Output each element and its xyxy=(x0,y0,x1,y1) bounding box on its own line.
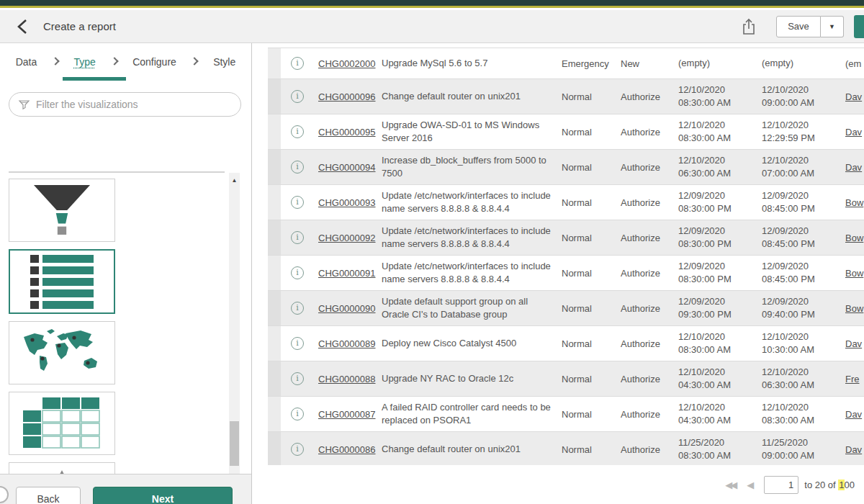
assigned-to-link[interactable]: Fre xyxy=(841,371,864,387)
caret-down-icon[interactable]: ▼ xyxy=(821,16,844,37)
assigned-to-link[interactable]: Dav xyxy=(841,124,864,140)
start-date: (empty) xyxy=(674,54,757,73)
info-icon[interactable]: i xyxy=(291,443,304,456)
table-row[interactable]: i CHG0000093 Update /etc/network/interfa… xyxy=(268,185,864,220)
change-number-link[interactable]: CHG0000086 xyxy=(314,441,377,458)
change-number-link[interactable]: CHG0000089 xyxy=(314,336,377,352)
filter-input[interactable] xyxy=(36,99,232,110)
info-icon[interactable]: i xyxy=(291,231,304,244)
step-configure[interactable]: Configure xyxy=(132,56,176,68)
chevron-left-icon[interactable] xyxy=(16,19,29,35)
change-number-link[interactable]: CHG0000096 xyxy=(314,89,377,105)
row-gutter xyxy=(268,150,281,184)
page-title: Create a report xyxy=(43,20,116,32)
assigned-to-link[interactable]: Dav xyxy=(841,441,864,458)
change-number-link[interactable]: CHG0002000 xyxy=(314,55,377,72)
share-icon[interactable] xyxy=(742,18,756,35)
back-button[interactable]: Back xyxy=(16,487,81,504)
state-value: Authorize xyxy=(616,124,674,140)
change-number-link[interactable]: CHG0000092 xyxy=(314,230,377,246)
viz-card-map[interactable] xyxy=(9,321,115,384)
table-row[interactable]: i CHG0000090 Update default support grou… xyxy=(268,291,864,326)
list-chart-icon xyxy=(26,253,98,310)
change-number-link[interactable]: CHG0000093 xyxy=(314,194,377,211)
state-value: Authorize xyxy=(616,265,674,282)
priority-value: Normal xyxy=(557,124,616,140)
page-number-input[interactable] xyxy=(764,476,798,494)
priority-value: Emergency xyxy=(557,55,616,72)
end-date: 12/09/2020 08:45:00 PM xyxy=(757,222,841,253)
assigned-to-link[interactable]: (em xyxy=(841,55,864,72)
save-button[interactable]: Save xyxy=(776,16,821,37)
row-gutter xyxy=(268,185,281,220)
primary-action-button[interactable] xyxy=(854,15,864,38)
panel-scrollbar[interactable]: ▲ ▼ xyxy=(229,173,240,474)
info-icon[interactable]: i xyxy=(291,90,304,103)
assigned-to-link[interactable]: Dav xyxy=(841,89,864,105)
viz-card-pyramid[interactable] xyxy=(9,462,115,474)
step-type[interactable]: Type xyxy=(74,56,96,68)
state-value: Authorize xyxy=(616,230,674,246)
viz-card-funnel[interactable] xyxy=(9,179,115,242)
state-value: Authorize xyxy=(616,336,674,352)
pagination-bar: ◀◀ ◀ to 20 of 100 xyxy=(268,465,864,504)
info-icon[interactable]: i xyxy=(291,266,304,279)
table-row[interactable]: i CHG0000095 Upgrade OWA-SD-01 to MS Win… xyxy=(268,114,864,150)
short-description: Upgrade OWA-SD-01 to MS Windows Server 2… xyxy=(377,116,557,148)
table-row[interactable]: i CHG0000087 A failed RAID controller ca… xyxy=(268,397,864,432)
end-date: 11/25/2020 09:00:00 AM xyxy=(757,433,841,465)
info-icon[interactable]: i xyxy=(291,372,304,385)
scroll-up-icon[interactable]: ▲ xyxy=(229,177,240,184)
table-row[interactable]: i CHG0000091 Update /etc/network/interfa… xyxy=(268,256,864,291)
short-description: A failed RAID controller card needs to b… xyxy=(377,398,557,430)
short-description: Change default router on unix201 xyxy=(377,87,557,106)
assigned-to-link[interactable]: Dav xyxy=(841,336,864,352)
table-row[interactable]: i CHG0000096 Change default router on un… xyxy=(268,79,864,114)
change-number-link[interactable]: CHG0000094 xyxy=(314,159,377,176)
change-number-link[interactable]: CHG0000090 xyxy=(314,300,377,317)
short-description: Deploy new Cisco Catalyst 4500 xyxy=(377,334,557,353)
info-icon[interactable]: i xyxy=(291,125,304,138)
short-description: Upgrade NY RAC to Oracle 12c xyxy=(377,369,557,388)
table-row[interactable]: i CHG0000092 Update /etc/network/interfa… xyxy=(268,220,864,256)
header-bar: Create a report Save ▼ xyxy=(0,10,864,43)
priority-value: Normal xyxy=(557,406,616,423)
assigned-to-link[interactable]: Dav xyxy=(841,406,864,423)
assigned-to-link[interactable]: Bow xyxy=(841,230,864,246)
table-row[interactable]: i CHG0000094 Increase db_block_buffers f… xyxy=(268,150,864,185)
partial-card-edge xyxy=(9,171,225,173)
table-row[interactable]: i CHG0000089 Deploy new Cisco Catalyst 4… xyxy=(268,326,864,361)
end-date: 12/09/2020 08:45:00 PM xyxy=(757,257,841,289)
assigned-to-link[interactable]: Bow xyxy=(841,300,864,317)
start-date: 12/10/2020 06:30:00 AM xyxy=(674,151,757,183)
viz-card-heatmap[interactable] xyxy=(9,392,115,455)
change-number-link[interactable]: CHG0000087 xyxy=(314,406,377,423)
assigned-to-link[interactable]: Bow xyxy=(841,265,864,282)
heatmap-icon xyxy=(22,395,102,452)
info-icon[interactable]: i xyxy=(291,196,304,209)
info-icon[interactable]: i xyxy=(291,408,304,420)
short-description: Update /etc/network/interfaces to includ… xyxy=(377,222,557,253)
help-icon[interactable] xyxy=(0,486,9,503)
assigned-to-link[interactable]: Dav xyxy=(841,159,864,176)
info-icon[interactable]: i xyxy=(291,161,304,174)
table-row[interactable]: i CHG0000086 Change default router on un… xyxy=(268,432,864,467)
step-style[interactable]: Style xyxy=(213,56,235,68)
table-row[interactable]: i CHG0002000 Upgrade MySql 5.6 to 5.7 Em… xyxy=(268,48,864,79)
first-page-icon[interactable]: ◀◀ xyxy=(725,480,735,490)
info-icon[interactable]: i xyxy=(291,57,304,70)
step-data[interactable]: Data xyxy=(16,56,37,68)
info-icon[interactable]: i xyxy=(291,337,304,350)
change-number-link[interactable]: CHG0000091 xyxy=(314,265,377,282)
next-button[interactable]: Next xyxy=(93,487,233,504)
row-gutter xyxy=(268,79,281,114)
change-number-link[interactable]: CHG0000088 xyxy=(314,371,377,387)
previous-page-icon[interactable]: ◀ xyxy=(747,480,754,490)
viz-card-list[interactable] xyxy=(9,249,115,314)
scrollbar-thumb[interactable] xyxy=(230,421,239,466)
assigned-to-link[interactable]: Bow xyxy=(841,194,864,211)
change-number-link[interactable]: CHG0000095 xyxy=(314,124,377,140)
table-row[interactable]: i CHG0000088 Upgrade NY RAC to Oracle 12… xyxy=(268,361,864,397)
info-icon[interactable]: i xyxy=(291,302,304,315)
row-gutter xyxy=(268,432,281,467)
